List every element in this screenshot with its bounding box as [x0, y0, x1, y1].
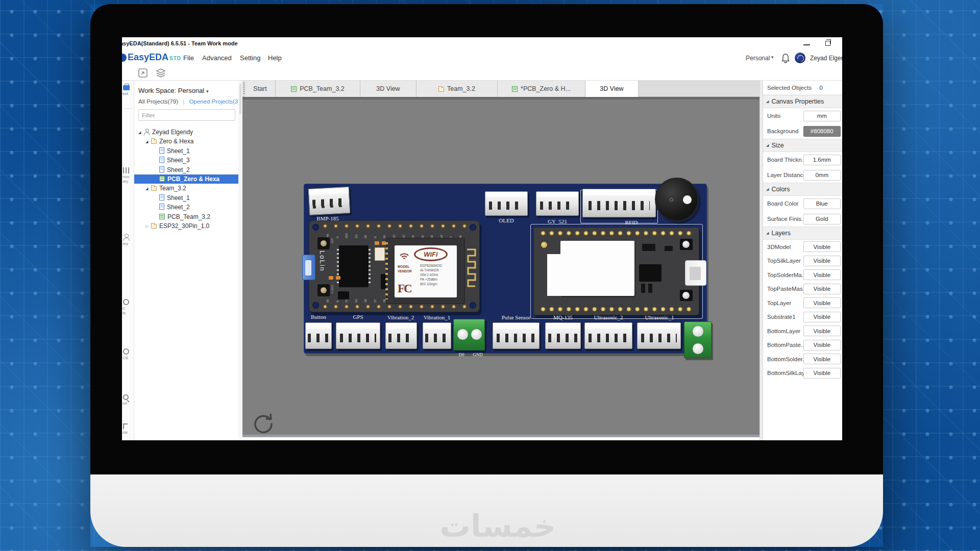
rail-item-common-library[interactable]: non ary	[122, 167, 134, 184]
visibility-dropdown[interactable]: Visible	[803, 340, 841, 350]
rail-divider	[124, 108, 132, 109]
tab-3d-view-1[interactable]: 3D View	[360, 81, 416, 97]
tab-team[interactable]: Team_3.2	[416, 81, 498, 97]
panel-splitter[interactable]	[760, 81, 763, 440]
export-image-icon[interactable]	[138, 68, 148, 78]
expander-icon[interactable]: ◢	[138, 128, 144, 137]
label-ultrasonic2: Ultrasonic_2	[583, 314, 633, 320]
notifications-bell-icon[interactable]	[781, 53, 790, 63]
board-color-dropdown[interactable]: Blue	[803, 198, 841, 209]
toolbar	[122, 66, 842, 81]
expander-icon[interactable]: ◢	[145, 184, 151, 193]
micro-usb-port-blue	[302, 255, 315, 280]
surface-finish-dropdown[interactable]: Gold	[803, 214, 841, 224]
tree-item-sheet[interactable]: Sheet_2	[134, 165, 242, 174]
workspace-dropdown[interactable]: Personal	[746, 55, 770, 62]
visibility-dropdown[interactable]: Visible	[803, 325, 841, 336]
rail-item-recycle[interactable]: cle	[122, 423, 134, 435]
expander-icon[interactable]: ▷	[145, 222, 151, 231]
visibility-dropdown[interactable]: Visible	[803, 312, 841, 322]
tab-pcb-zero-hexa[interactable]: *PCB_Zero & H...	[498, 81, 585, 97]
pcb-board-3d: BMP-185 OLED GY_521 RFID	[304, 184, 707, 354]
sticker-spec-2: AI-THINKER	[420, 268, 439, 272]
thickness-dropdown[interactable]: 1.6mm	[803, 155, 841, 165]
rotate-view-icon[interactable]	[252, 412, 275, 436]
lolin-brand-text: LoLin	[318, 251, 326, 272]
rail-item-library[interactable]: ary	[122, 234, 134, 246]
canvas-horizontal-scrollbar[interactable]	[242, 435, 760, 437]
tree-item-project[interactable]: ◢Team_3.2	[134, 184, 242, 193]
chevron-down-icon: ▾	[206, 89, 209, 94]
connector-bmp185	[308, 187, 351, 215]
all-projects-link[interactable]: All Projects(79)	[138, 98, 178, 105]
minimize-button[interactable]	[803, 44, 810, 45]
visibility-dropdown[interactable]: Visible	[803, 368, 841, 379]
rail-item-parts[interactable]: C ts	[122, 299, 134, 315]
tree-item-sheet[interactable]: Sheet_1	[134, 146, 242, 156]
buzzer-component	[655, 178, 699, 221]
pcb-file-icon	[291, 86, 297, 92]
visibility-dropdown[interactable]: Visible	[803, 256, 841, 266]
expander-icon[interactable]: ◢	[145, 137, 151, 146]
visibility-dropdown[interactable]: Visible	[803, 354, 841, 364]
rail-item-import[interactable]: ort	[122, 394, 134, 406]
menu-help[interactable]: Help	[268, 54, 282, 62]
connector-gy521	[536, 191, 579, 216]
opened-projects-link[interactable]: Opened Projects(3)	[189, 98, 240, 105]
document-tab-bar: Start PCB_Team_3.2 3D View Team_3.2 *PCB…	[242, 81, 763, 97]
mount-hole	[312, 302, 319, 309]
user-avatar[interactable]	[795, 53, 805, 63]
tab-start[interactable]: Start	[245, 81, 276, 97]
distance-dropdown[interactable]: 0mm	[803, 170, 841, 181]
connector-button	[305, 322, 332, 349]
user-icon	[144, 129, 150, 135]
tree-item-user[interactable]: ◢Zeyad Elgendy	[134, 128, 242, 137]
layer-topsoldermask: TopSolderMa...Visible	[763, 268, 842, 282]
sheet-icon	[159, 204, 164, 210]
tree-item-sheet[interactable]: Sheet_2	[134, 203, 242, 212]
pcb-order-icon	[123, 348, 129, 355]
connector-rfid	[582, 189, 656, 217]
tree-item-project[interactable]: ◢Zero & Hexa	[134, 137, 242, 146]
layer-bottomsolder: BottomSolder...Visible	[763, 352, 842, 366]
visibility-dropdown[interactable]: Visible	[803, 297, 841, 308]
rail-item-pcb-order[interactable]: CB	[122, 348, 134, 360]
restore-button[interactable]	[825, 41, 830, 46]
visibility-dropdown[interactable]: Visible	[803, 284, 841, 294]
workspace-header[interactable]: Work Space: Personal▾	[138, 87, 242, 94]
section-canvas-properties[interactable]: ◢Canvas Properties	[763, 95, 842, 108]
tab-pcb-team[interactable]: PCB_Team_3.2	[276, 81, 360, 97]
section-size[interactable]: ◢Size	[763, 139, 842, 152]
filter-input[interactable]	[138, 109, 235, 121]
section-layers[interactable]: ◢Layers	[763, 227, 842, 240]
menu-bar: EasyEDA STD File Advanced Setting Help P…	[122, 51, 842, 66]
rail-item-project[interactable]: ect	[122, 84, 134, 96]
pcb-file-icon	[159, 176, 165, 182]
tree-item-sheet[interactable]: Sheet_1	[134, 193, 242, 203]
terminal-screw	[457, 329, 468, 340]
pin-header-bottom	[539, 306, 694, 312]
menu-setting[interactable]: Setting	[240, 54, 260, 62]
visibility-dropdown[interactable]: Visible	[803, 269, 841, 280]
3d-viewport[interactable]: BMP-185 OLED GY_521 RFID	[242, 97, 760, 437]
window-titlebar: asyEDA(Standard) 6.5.51 - Team Work mode	[122, 37, 842, 51]
property-board-color: Board Color Blue	[763, 196, 842, 211]
esp8266-sticker: WiFi MODEL VENDOR ESP8266MOD AI-THINKER …	[395, 245, 457, 297]
workspace-scrollbar[interactable]	[238, 81, 242, 440]
visibility-dropdown[interactable]: Visible	[803, 241, 841, 252]
sheet-icon	[159, 157, 164, 163]
units-dropdown[interactable]: mm	[803, 111, 841, 121]
background-color-swatch[interactable]: #808080	[803, 126, 841, 137]
menu-file[interactable]: File	[183, 54, 194, 62]
lolin-esp8266-board: VINGRSTEN3VGSKSDSCS1S2S3VVGA0 3VGTXRXD8D…	[309, 220, 480, 312]
tree-item-project-collapsed[interactable]: ▷ESP32_30Pin_1.0	[134, 221, 242, 231]
tree-item-sheet[interactable]: Sheet_3	[134, 156, 242, 165]
menu-advanced[interactable]: Advanced	[202, 54, 232, 62]
tree-item-pcb[interactable]: PCB_Team_3.2	[134, 212, 242, 221]
esp32-board	[533, 227, 699, 315]
sticker-spec-4: PA +25dBm	[420, 278, 437, 282]
layers-icon[interactable]	[156, 68, 166, 78]
tab-3d-view-active[interactable]: 3D View	[585, 81, 639, 97]
tree-item-pcb-selected[interactable]: PCB_Zero & Hexa	[134, 174, 242, 184]
section-colors[interactable]: ◢Colors	[763, 183, 842, 196]
